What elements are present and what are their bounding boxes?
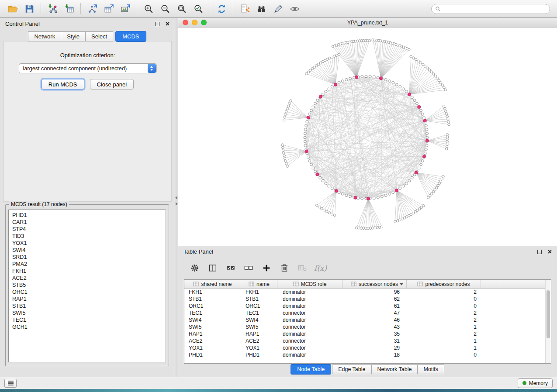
column-header-mcds-role[interactable]: MCDS role <box>277 280 343 288</box>
show-graphics-details-button[interactable] <box>286 2 303 16</box>
sort-descending-icon[interactable] <box>400 283 403 285</box>
select-all-button[interactable] <box>225 262 236 274</box>
result-item[interactable]: FKH1 <box>9 268 166 275</box>
table-toolbar: f(x) <box>184 259 327 277</box>
checked-boxes-icon <box>226 263 235 273</box>
table-row[interactable]: STB1STB1dominator620 <box>184 296 551 303</box>
table-panel-header: Table Panel × <box>178 246 557 258</box>
close-table-panel-icon[interactable]: × <box>548 248 552 255</box>
delete-table-disabled-icon <box>298 263 307 273</box>
document-share-icon <box>239 3 250 14</box>
result-item[interactable]: SWI5 <box>9 309 166 316</box>
result-item[interactable]: GCR1 <box>9 323 166 330</box>
toolbar-separator <box>210 3 210 14</box>
list-icon <box>8 381 14 385</box>
zoom-selected-button[interactable] <box>190 2 207 16</box>
deselect-all-button[interactable] <box>242 262 254 274</box>
search-input[interactable] <box>443 4 550 14</box>
show-columns-button[interactable] <box>207 262 218 274</box>
zoom-out-button[interactable] <box>157 2 173 16</box>
delete-table-button[interactable] <box>296 262 308 274</box>
collapse-left-icon[interactable] <box>175 196 177 199</box>
desktop-background-strip <box>0 389 557 392</box>
result-item[interactable]: TEC1 <box>9 316 166 323</box>
column-header-successor-nodes[interactable]: successor nodes <box>343 280 407 288</box>
table-row[interactable]: YOX1YOX1connector291 <box>184 344 551 351</box>
table-row[interactable]: SWI4SWI4dominator462 <box>184 316 551 323</box>
close-panel-icon[interactable]: × <box>166 21 170 28</box>
tab-network-table[interactable]: Network Table <box>371 364 418 374</box>
panel-splitter[interactable] <box>175 18 178 377</box>
zoom-in-icon <box>143 3 154 14</box>
export-table-button[interactable] <box>100 2 117 16</box>
table-row[interactable]: ACE2ACE2connector311 <box>184 337 551 344</box>
refresh-view-button[interactable] <box>213 2 230 16</box>
table-row[interactable]: RAP1RAP1dominator352 <box>184 330 551 337</box>
delete-column-button[interactable] <box>278 262 290 274</box>
criterion-select[interactable]: largest connected component (undirected) <box>19 63 157 73</box>
plus-icon <box>262 263 271 273</box>
apply-style-button[interactable] <box>270 2 286 16</box>
function-builder-button[interactable]: f(x) <box>314 264 327 272</box>
scrollbar-thumb[interactable] <box>547 290 550 338</box>
tab-network[interactable]: Network <box>28 31 61 41</box>
optimization-criterion-label: Optimization criterion: <box>4 52 171 58</box>
create-column-button[interactable] <box>260 262 272 274</box>
import-table-button[interactable] <box>61 2 77 16</box>
column-type-icon <box>417 282 423 286</box>
tab-motifs[interactable]: Motifs <box>417 364 444 374</box>
zoom-fit-button[interactable] <box>173 2 190 16</box>
mcds-tab-content: Optimization criterion: largest connecte… <box>3 41 172 202</box>
tab-mcds[interactable]: MCDS <box>115 31 146 42</box>
save-session-button[interactable] <box>21 2 38 16</box>
select-stepper-icon <box>148 64 156 73</box>
export-network-button[interactable] <box>84 2 100 16</box>
network-view-canvas[interactable] <box>178 28 557 246</box>
result-item[interactable]: CAR1 <box>9 219 166 226</box>
run-mcds-button[interactable]: Run MCDS <box>42 79 84 89</box>
tab-edge-table[interactable]: Edge Table <box>332 364 371 374</box>
result-item[interactable]: SRD1 <box>9 254 166 261</box>
tab-node-table[interactable]: Node Table <box>291 364 331 375</box>
import-network-button[interactable] <box>44 2 61 16</box>
memory-button[interactable]: Memory <box>518 378 553 388</box>
eye-icon <box>289 3 300 14</box>
result-item[interactable]: STB1 <box>9 303 166 309</box>
result-item[interactable]: TID3 <box>9 233 166 240</box>
table-vertical-scrollbar[interactable] <box>545 280 551 363</box>
table-row[interactable]: TEC1TEC1connector472 <box>184 309 551 316</box>
result-item[interactable]: STB5 <box>9 282 166 289</box>
table-row[interactable]: SWI5SWI5connector431 <box>184 323 551 330</box>
collapse-right-icon[interactable] <box>176 202 178 206</box>
network-graph <box>178 28 557 246</box>
result-item[interactable]: RAP1 <box>9 296 166 303</box>
result-item[interactable]: ACE2 <box>9 275 166 282</box>
result-item[interactable]: PMA2 <box>9 261 166 268</box>
tab-style[interactable]: Style <box>61 31 86 41</box>
table-row[interactable]: PHD1PHD1dominator180 <box>184 351 551 358</box>
zoom-in-button[interactable] <box>140 2 157 16</box>
open-session-button[interactable] <box>4 2 21 16</box>
result-item[interactable]: SWI4 <box>9 247 166 254</box>
table-row[interactable]: FKH1FKH1dominator962 <box>184 289 551 296</box>
column-type-icon <box>293 282 299 286</box>
task-history-button[interactable] <box>4 379 17 388</box>
memory-label: Memory <box>529 380 548 386</box>
column-header-name[interactable]: name <box>241 280 277 288</box>
result-item[interactable]: YOX1 <box>9 240 166 247</box>
float-table-panel-icon[interactable] <box>537 250 542 254</box>
export-document-button[interactable] <box>236 2 253 16</box>
export-image-button[interactable] <box>117 2 134 16</box>
float-panel-icon[interactable] <box>155 22 159 26</box>
table-row[interactable]: ORC1ORC1dominator610 <box>184 303 551 309</box>
search-neighbors-button[interactable] <box>253 2 270 16</box>
tab-select[interactable]: Select <box>85 31 113 41</box>
column-header-shared-name[interactable]: shared name <box>184 280 241 288</box>
close-panel-button[interactable]: Close panel <box>90 79 134 89</box>
table-settings-button[interactable] <box>189 262 201 274</box>
result-item[interactable]: ORC1 <box>9 289 166 296</box>
result-item[interactable]: PHD1 <box>9 212 166 219</box>
result-item[interactable]: STP4 <box>9 226 166 233</box>
binoculars-icon <box>256 3 267 14</box>
column-header-predecessor-nodes[interactable]: predecessor nodes <box>407 280 481 288</box>
